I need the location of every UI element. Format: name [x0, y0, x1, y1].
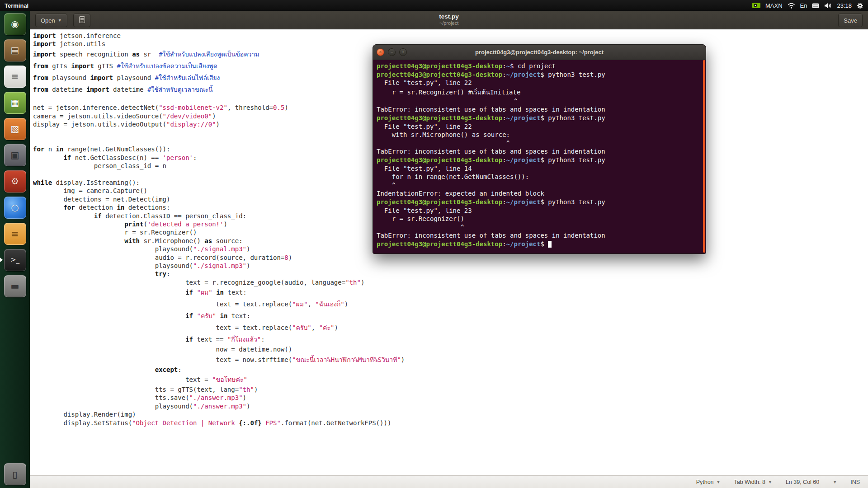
- text-segment: File "test.py", line 22: [377, 79, 472, 86]
- text-segment: detections = net.Detect(img): [33, 196, 170, 203]
- text-segment: "ขอโทษค่ะ": [212, 376, 247, 383]
- text-segment: "./answer.mp3": [193, 403, 246, 410]
- drive-icon-glyph: ▬: [11, 282, 19, 291]
- tab-width-label: Tab Width: 8: [734, 479, 765, 485]
- terminal-titlebar[interactable]: × – ▫ projectt04g3@projectt04g3-desktop:…: [373, 45, 706, 60]
- toolbox-icon[interactable]: ⚙: [0, 168, 30, 194]
- term-line: ^: [377, 181, 702, 190]
- text-segment: [33, 366, 155, 373]
- code-line: now = datetime.now(): [33, 345, 868, 353]
- term-line: IndentationError: expected an indented b…: [377, 189, 702, 198]
- clock[interactable]: 23:18: [837, 2, 852, 9]
- terminal-launcher-icon[interactable]: >_: [0, 247, 30, 273]
- text-segment: $ python3 test.py: [540, 198, 605, 206]
- trash-glyph: ▯: [12, 470, 17, 479]
- open-button[interactable]: Open ▼: [35, 14, 67, 27]
- term-line: File "test.py", line 22: [377, 79, 702, 87]
- document-path: ~/project: [30, 20, 868, 26]
- term-line: projectt04g3@projectt04g3-desktop:~/proj…: [377, 240, 702, 249]
- focused-app-name: Terminal: [5, 2, 28, 9]
- trash-icon[interactable]: ▯: [0, 463, 30, 485]
- session-gear-icon[interactable]: [857, 2, 863, 9]
- term-line: r = sr.Recognizer() #เริ่มต้นInitiate: [377, 87, 702, 97]
- text-segment: TabError: inconsistent use of tabs and s…: [377, 106, 605, 113]
- language-selector[interactable]: Python ▼: [696, 479, 721, 485]
- text-segment: .format(net.GetNetworkFPS())): [281, 419, 391, 427]
- wifi-icon[interactable]: [788, 3, 795, 9]
- maximize-button[interactable]: ▫: [399, 48, 407, 56]
- code-line: import jetson.inference: [33, 32, 868, 40]
- text-segment: r = sr.Recognizer() #เริ่มต้นInitiate: [377, 89, 520, 96]
- new-document-button[interactable]: [73, 14, 90, 27]
- text-segment: while: [33, 179, 52, 186]
- text-segment: for n in range(net.GetNumClasses()):: [377, 173, 529, 180]
- text-segment: text = r.recognize_google(audio, languag…: [33, 279, 345, 286]
- volume-icon[interactable]: [824, 3, 832, 9]
- window-title: test.py ~/project: [30, 13, 868, 26]
- text-segment: "ค่ะ": [319, 324, 335, 331]
- libreoffice-impress-icon[interactable]: ▧: [0, 116, 30, 142]
- dash-home-button-glyph: ◉: [11, 19, 19, 28]
- text-segment: [33, 154, 63, 161]
- text-segment: $ cd project: [510, 62, 556, 70]
- code-line: text = r.recognize_google(audio, languag…: [33, 278, 868, 286]
- text-segment: 8: [284, 254, 288, 261]
- text-editor-icon-glyph: ≡: [11, 229, 19, 238]
- text-segment: ): [212, 113, 216, 120]
- text-segment: ): [344, 300, 348, 308]
- chevron-down-icon: ▼: [58, 18, 62, 23]
- text-segment: ,: [311, 324, 319, 331]
- libreoffice-calc-icon[interactable]: ▦: [0, 89, 30, 116]
- text-segment: ): [401, 356, 405, 363]
- cursor-position-label: Ln 39, Col 60: [786, 479, 819, 485]
- code-line: text = now.strftime("ขณะนี้เวลา%Hนาฬิกา%…: [33, 354, 868, 366]
- text-segment: ~/project: [506, 240, 541, 248]
- text-segment: import: [86, 86, 109, 93]
- ubuntu-software-icon[interactable]: ▣: [0, 142, 30, 168]
- text-segment: :: [502, 156, 506, 164]
- text-segment: jetson.utils: [56, 40, 106, 47]
- text-segment: projectt04g3@projectt04g3-desktop: [377, 198, 502, 206]
- text-segment: speech_recognition: [56, 51, 132, 58]
- text-segment: $ python3 test.py: [540, 71, 605, 78]
- minimize-button[interactable]: –: [388, 48, 396, 56]
- top-panel: Terminal MAXN En 23:18: [0, 0, 868, 11]
- chevron-down-icon[interactable]: ▼: [833, 480, 837, 484]
- text-segment: n: [44, 145, 56, 153]
- chromium-browser-icon[interactable]: ○: [0, 194, 30, 221]
- text-segment: "th": [345, 279, 361, 286]
- text-segment: 0.5: [273, 104, 284, 111]
- text-segment: [216, 312, 220, 319]
- text-segment: text = now.strftime(: [33, 356, 292, 363]
- language-label: Python: [696, 479, 714, 485]
- dash-home-button[interactable]: ◉: [0, 11, 30, 37]
- text-segment: :: [502, 71, 506, 78]
- close-button[interactable]: ×: [377, 48, 384, 56]
- text-segment: "./signal.mp3": [193, 245, 246, 253]
- terminal-body[interactable]: projectt04g3@projectt04g3-desktop:~$ cd …: [373, 60, 706, 253]
- text-segment: from: [33, 86, 48, 93]
- text-editor-icon[interactable]: ≡: [0, 221, 30, 247]
- terminal-scrollbar[interactable]: [703, 60, 705, 253]
- text-segment: (: [143, 221, 147, 228]
- text-segment: FPS": [262, 419, 281, 427]
- text-segment: :: [502, 198, 506, 206]
- files-icon[interactable]: ▤: [0, 37, 30, 63]
- drive-icon[interactable]: ▬: [0, 273, 30, 299]
- text-segment: import: [33, 32, 56, 39]
- files-icon-glyph: ▤: [11, 46, 19, 55]
- tab-width-selector[interactable]: Tab Width: 8 ▼: [734, 479, 772, 485]
- power-mode-indicator[interactable]: MAXN: [765, 2, 783, 9]
- nvidia-icon[interactable]: [752, 3, 760, 8]
- keyboard-icon[interactable]: [812, 3, 819, 8]
- document-icon-tile: ≡: [4, 66, 26, 88]
- text-segment: tts.save(: [33, 394, 189, 401]
- terminal-launcher-icon-tile: >_: [4, 249, 26, 271]
- text-segment: ,: [307, 300, 315, 308]
- save-button[interactable]: Save: [838, 14, 863, 27]
- text-segment: as: [204, 237, 212, 244]
- text-segment: gtts: [48, 62, 71, 70]
- document-icon[interactable]: ≡: [0, 63, 30, 89]
- keyboard-layout-indicator[interactable]: En: [800, 2, 807, 9]
- text-segment: except: [155, 366, 178, 373]
